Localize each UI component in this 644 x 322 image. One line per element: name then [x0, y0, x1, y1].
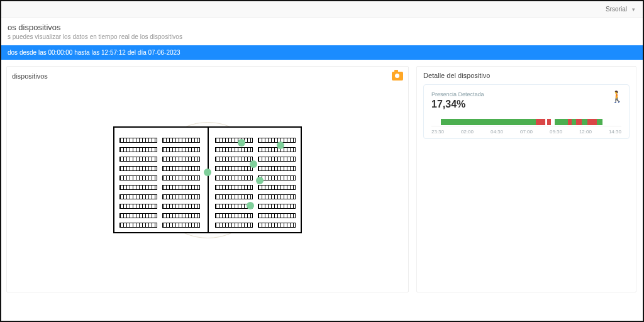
chart-axis: 23:3002:0004:3007:0009:3012:0014:30 — [431, 129, 621, 135]
topbar: Srsorial ▾ — [1, 1, 643, 18]
sensor-dot[interactable] — [250, 160, 257, 168]
chart-tick: 02:00 — [461, 129, 474, 135]
user-menu[interactable]: Srsorial — [606, 6, 627, 13]
sensor-dot[interactable] — [238, 139, 245, 147]
floorplan[interactable] — [12, 86, 403, 274]
sensor-dot[interactable] — [204, 169, 211, 176]
room-right — [213, 135, 298, 225]
chart-tick: 23:30 — [431, 129, 444, 135]
sensor-dot[interactable] — [247, 202, 254, 209]
detail-panel-header: Detalle del dispositivo — [423, 72, 630, 79]
presence-value: 17,34% — [431, 99, 621, 110]
presence-label: Presencia Detectada — [431, 91, 621, 97]
camera-icon[interactable] — [392, 72, 403, 80]
page: os dispositivos s puedes visualizar los … — [1, 18, 643, 292]
sensor-dot[interactable] — [256, 177, 264, 184]
page-title: os dispositivos — [1, 23, 643, 32]
chart-tick: 14:30 — [609, 129, 621, 135]
content: dispositivos — [1, 60, 643, 292]
chart-track — [431, 118, 621, 126]
presence-card: Presencia Detectada 17,34% 🚶 23:3002:000… — [423, 84, 630, 139]
chart-tick: 04:30 — [491, 129, 503, 135]
chart-tick: 12:00 — [579, 129, 592, 135]
building-plan — [113, 126, 302, 233]
chart-tick: 07:00 — [520, 129, 533, 135]
devices-panel-header: dispositivos — [12, 72, 403, 80]
devices-panel-title: dispositivos — [12, 72, 48, 80]
walking-person-icon: 🚶 — [610, 90, 624, 104]
room-left — [117, 135, 203, 225]
page-subtitle: s puedes visualizar los datos en tiempo … — [1, 32, 643, 45]
presence-chart: 23:3002:0004:3007:0009:3012:0014:30 — [431, 118, 621, 135]
sensor-dot[interactable] — [277, 142, 284, 149]
time-range-bar: dos desde las 00:00:00 hasta las 12:57:1… — [1, 45, 643, 60]
chart-tick: 09:30 — [550, 129, 562, 135]
detail-panel-title: Detalle del dispositivo — [423, 72, 490, 79]
detail-panel: Detalle del dispositivo Presencia Detect… — [416, 66, 636, 292]
devices-panel: dispositivos — [6, 66, 409, 292]
chevron-down-icon: ▾ — [632, 6, 635, 13]
